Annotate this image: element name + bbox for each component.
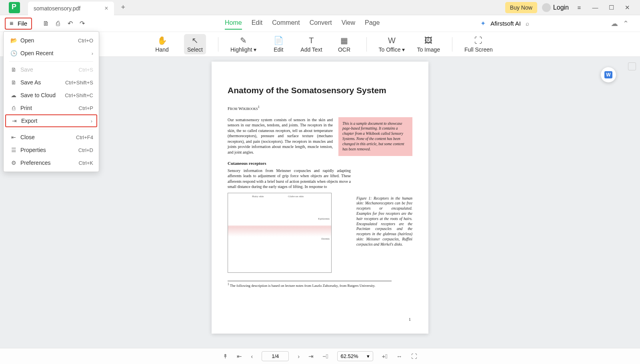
highlight-tool[interactable]: ✎ Highlight ▾ (230, 36, 256, 53)
image-icon: 🖼 (424, 36, 432, 45)
tab-home[interactable]: Home (225, 19, 242, 30)
cloud-icon[interactable]: ☁ (611, 19, 618, 28)
page-number: 1 (409, 317, 411, 322)
cursor-icon: ↖ (192, 36, 198, 45)
hamburger-menu-icon[interactable]: ≡ (574, 4, 585, 11)
figure-caption: Figure 1: Receptors in the human skin: M… (356, 196, 412, 247)
save-icon: 🗎 (9, 66, 18, 73)
first-page-icon[interactable]: ⇤ (237, 353, 242, 360)
redo-icon[interactable]: ↷ (76, 20, 88, 27)
highlight-label: Highlight ▾ (230, 46, 256, 53)
menu-divider (9, 61, 93, 62)
tab-comment[interactable]: Comment (272, 19, 300, 30)
tab-page[interactable]: Page (365, 19, 380, 30)
last-page-icon[interactable]: ⇥ (308, 353, 314, 360)
ai-star-icon: ✦ (480, 20, 486, 27)
hand-tool[interactable]: ✋ Hand (152, 36, 172, 53)
title-bar: somatosensory.pdf × + Buy Now Login ≡ — … (0, 0, 640, 15)
right-rail (628, 62, 637, 70)
maximize-icon[interactable]: ☐ (606, 4, 617, 11)
document-tab[interactable]: somatosensory.pdf × (28, 2, 114, 15)
highlight-icon: ✎ (240, 36, 247, 45)
separator (366, 37, 367, 52)
to-image-label: To Image (417, 46, 440, 53)
cloud-save-icon: ☁ (9, 92, 18, 98)
hand-label: Hand (155, 46, 168, 53)
zoom-out-icon[interactable]: −⃝ (322, 353, 328, 360)
sidebar-note: This is a sample document to showcase pa… (338, 117, 412, 156)
properties-icon: ☰ (9, 147, 18, 153)
add-text-label: Add Text (300, 46, 322, 53)
page-input[interactable]: 1/4 (262, 351, 289, 361)
menu-open-recent[interactable]: 🕓 Open Recent › (4, 47, 99, 60)
add-text-tool[interactable]: T Add Text (300, 36, 322, 53)
menu-open[interactable]: 📂 Open Ctrl+O (4, 34, 99, 47)
login-label: Login (553, 4, 569, 11)
edit-tool[interactable]: 📄 Edit (268, 36, 288, 53)
fit-width-icon[interactable]: ↔ (396, 353, 402, 360)
menu-export[interactable]: ⇥ Export › (5, 114, 97, 127)
separator (452, 37, 452, 52)
to-image-tool[interactable]: 🖼 To Image (417, 36, 440, 53)
menu-print[interactable]: ⎙ Print Ctrl+P (4, 102, 99, 114)
tab-convert[interactable]: Convert (310, 19, 332, 30)
prev-page-icon[interactable]: ‹ (251, 353, 253, 360)
close-icon: ⇤ (9, 134, 18, 140)
print-icon[interactable]: ⎙ (52, 20, 64, 27)
search-icon[interactable]: ⌕ (526, 20, 529, 27)
separator (218, 37, 218, 52)
subheading: Cutaneous receptors (228, 161, 412, 166)
ai-area: ✦ Afirstsoft AI ⌕ ☁ ⌃ (480, 19, 629, 28)
ocr-label: OCR (338, 46, 350, 53)
close-tab-icon[interactable]: × (104, 5, 108, 12)
panel-toggle-icon[interactable] (628, 62, 636, 70)
zoom-select[interactable]: 62.52% ▾ (337, 351, 373, 361)
edit-label: Edit (274, 46, 283, 53)
ocr-tool[interactable]: ▦ OCR (334, 36, 354, 53)
file-menu-button[interactable]: File (5, 18, 32, 30)
close-window-icon[interactable]: ✕ (622, 4, 633, 11)
chevron-down-icon: ▾ (367, 353, 370, 359)
scroll-top-icon[interactable]: ↟ (223, 353, 228, 360)
menu-divider (9, 129, 93, 129)
full-screen-label: Full Screen (464, 46, 493, 53)
next-page-icon[interactable]: › (298, 353, 300, 360)
minimize-icon[interactable]: — (590, 4, 601, 11)
login-button[interactable]: Login (542, 3, 569, 12)
to-office-tool[interactable]: W To Office ▾ (379, 36, 405, 53)
buy-now-button[interactable]: Buy Now (505, 2, 537, 13)
edit-icon: 📄 (274, 36, 284, 45)
main-tabs: Home Edit Comment Convert View Page (225, 19, 380, 30)
figure-1: Hairy skin Glabrous skin Epidermis Dermi… (228, 193, 332, 273)
new-tab-button[interactable]: + (121, 3, 126, 12)
doc-source: From Wikibooks1 (228, 105, 412, 111)
app-logo-icon (9, 2, 20, 13)
full-screen-tool[interactable]: ⛶ Full Screen (464, 36, 493, 53)
export-icon: ⇥ (10, 118, 19, 124)
tab-view[interactable]: View (342, 19, 355, 30)
fit-page-icon[interactable]: ⛶ (411, 353, 417, 360)
menu-properties[interactable]: ☰ Properties Ctrl+D (4, 144, 99, 156)
paragraph-2: Sensory information from Meissner corpus… (228, 168, 351, 190)
save-icon[interactable]: 🗎 (40, 20, 52, 27)
collapse-icon[interactable]: ⌃ (623, 19, 629, 28)
menu-save-to-cloud[interactable]: ☁ Save to Cloud Ctrl+Shift+C (4, 89, 99, 102)
footnote: 1 The following description is based on … (228, 281, 392, 288)
text-icon: T (309, 36, 314, 45)
menu-save-as[interactable]: 🗎 Save As Ctrl+Shift+S (4, 76, 99, 89)
paragraph-1: Our somatosensory system consists of sen… (228, 117, 333, 155)
avatar-icon (542, 3, 551, 12)
word-icon: W (604, 71, 612, 78)
pdf-page: Anatomy of the Somatosensory System From… (212, 62, 428, 334)
ai-label[interactable]: Afirstsoft AI (490, 20, 521, 27)
tab-edit[interactable]: Edit (252, 19, 263, 30)
file-label: File (18, 20, 27, 27)
select-tool[interactable]: ↖ Select (184, 34, 206, 54)
open-icon: 📂 (9, 37, 18, 44)
word-export-floating-button[interactable]: W (601, 67, 616, 82)
undo-icon[interactable]: ↶ (64, 20, 76, 27)
menu-close[interactable]: ⇤ Close Ctrl+F4 (4, 131, 99, 144)
menu-preferences[interactable]: ⚙ Preferences Ctrl+K (4, 156, 99, 169)
zoom-in-icon[interactable]: +⃝ (382, 353, 388, 360)
chevron-right-icon: › (92, 50, 93, 56)
